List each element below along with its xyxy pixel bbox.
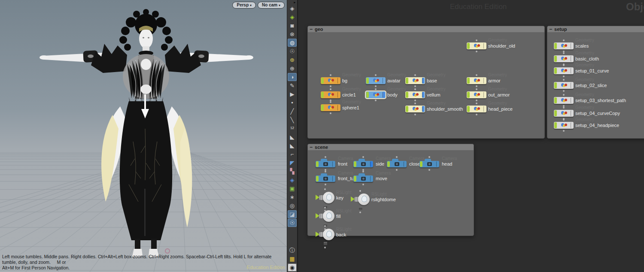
node-armor[interactable] [467,77,486,84]
node-shoulder_old[interactable] [467,42,486,49]
input-connector[interactable] [476,39,477,41]
material-preview-icon[interactable]: ◑ [288,73,297,81]
node-body[interactable] [366,91,386,98]
input-connector[interactable] [324,225,326,227]
input-connector[interactable] [359,190,361,192]
render-flag[interactable] [404,161,406,167]
display-flag[interactable] [366,78,369,84]
node-setup_02_slice[interactable] [554,82,574,89]
render-flag[interactable] [337,92,340,98]
display-flag[interactable] [467,43,470,49]
render-flag[interactable] [422,106,425,112]
render-flag[interactable] [383,92,385,98]
input-connector[interactable] [414,103,416,104]
node-setup_04_curveCopy[interactable] [554,110,574,117]
render-flag[interactable] [422,78,425,84]
input-connector[interactable] [563,107,565,109]
node-back[interactable] [316,229,334,241]
snap-icon[interactable]: ◈ [288,13,297,21]
input-connector[interactable] [324,207,326,209]
input-connector[interactable] [414,88,416,90]
display-flag[interactable] [406,106,408,112]
display-flag[interactable] [467,92,470,98]
collapse-box-button[interactable]: − [549,27,552,31]
input-connector[interactable] [563,64,565,66]
display-flag[interactable] [406,78,408,84]
select-mode-icon[interactable]: ◍ [288,39,297,47]
display-flag[interactable] [554,43,557,49]
node-rslightdome[interactable] [351,193,370,206]
render-flag[interactable] [483,92,486,98]
node-side[interactable] [353,161,373,167]
output-connector[interactable] [563,90,565,92]
render-flag[interactable] [337,78,340,84]
visibility-eye-icon[interactable]: ◉ [288,263,297,272]
node-avatar[interactable] [366,77,386,84]
output-connector[interactable] [414,114,416,115]
collapse-box-button[interactable]: − [310,145,313,149]
headlight-icon[interactable]: ☉ [288,47,297,55]
display-flag[interactable] [406,92,408,98]
input-connector[interactable] [362,171,364,172]
add-light-icon[interactable]: ⊕ [288,56,297,64]
network-box-header-geo[interactable]: −geo [308,26,544,32]
render-flag[interactable] [436,161,439,167]
viewport-3d[interactable]: Persp ▾ No cam ▾ Left mouse tumbles. Mid… [0,0,287,272]
node-scales[interactable] [554,42,574,49]
display-flag[interactable] [554,122,557,128]
input-connector[interactable] [325,156,326,158]
uv-checker-icon[interactable]: ▚ [288,167,297,175]
input-connector[interactable] [330,88,331,90]
node-shoulder_smooth[interactable] [405,106,425,112]
info-icon[interactable]: ⓘ [288,246,297,254]
network-editor[interactable]: Education Edition Objec −geoGeometryshou… [298,0,644,272]
display-flag[interactable] [554,97,557,103]
display-flag[interactable] [467,106,470,112]
output-connector[interactable] [476,114,477,115]
normals-fan-icon[interactable]: ∗ [288,193,297,201]
no-cam-button[interactable]: No cam ▾ [258,2,285,9]
input-connector[interactable] [375,88,377,90]
display-flag[interactable] [321,92,324,98]
render-flag[interactable] [370,176,373,181]
node-key[interactable] [316,192,334,204]
output-connector[interactable] [563,76,565,77]
render-flag[interactable] [571,97,573,103]
scene-lights-icon[interactable]: ☉ [288,219,297,227]
show-guides-icon[interactable]: ✎ [288,82,297,90]
output-connector[interactable] [414,100,416,101]
input-connector[interactable] [563,79,565,81]
node-base[interactable] [405,77,425,84]
input-connector[interactable] [563,94,565,96]
node-setup_01_curve[interactable] [554,67,574,74]
input-connector[interactable] [428,156,430,158]
lock-icon[interactable]: ◙ [288,21,297,30]
background-image-icon[interactable]: ◪ [288,210,297,218]
render-flag[interactable] [483,78,486,84]
display-flag[interactable] [316,176,319,181]
display-flag[interactable] [366,92,369,98]
node-move[interactable] [353,175,373,182]
pin-needle-icon[interactable]: ╲ [288,116,297,124]
render-flag[interactable] [422,92,425,98]
uv-diamond-icon[interactable]: ◈ [288,176,297,184]
input-connector[interactable] [563,52,565,54]
render-flag[interactable] [332,176,335,181]
output-connector[interactable] [428,169,430,171]
input-connector[interactable] [324,188,326,190]
node-sphere1[interactable] [321,104,340,111]
node-setup_04_headpiece[interactable] [554,122,574,129]
node-basic_cloth[interactable] [554,55,574,62]
output-connector[interactable] [330,112,331,114]
render-flag[interactable] [571,56,573,62]
render-flag[interactable] [571,122,573,128]
display-flag[interactable] [554,82,557,88]
view-ring-icon[interactable]: ◎ [288,202,297,210]
display-options-pencil-icon[interactable]: ▶ [288,90,297,98]
point-display-icon[interactable]: • [288,99,297,107]
display-flag[interactable] [354,161,356,167]
brush-number-icon[interactable]: ◣ [288,142,297,150]
input-connector[interactable] [375,74,377,76]
display-flag[interactable] [321,78,324,84]
input-connector[interactable] [330,74,331,76]
